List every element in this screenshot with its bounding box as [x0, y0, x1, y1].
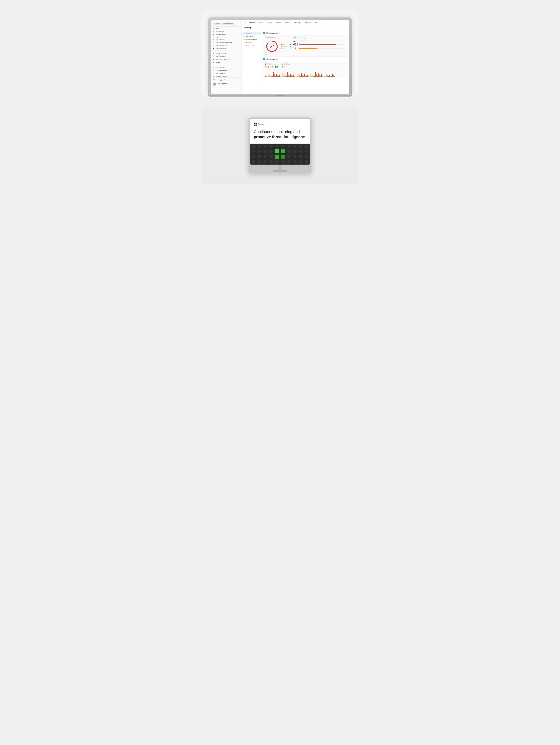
sql-warehouse-icon: ◫ [213, 42, 215, 43]
pattern-shape [275, 160, 279, 163]
menu-icon[interactable]: ☰ [227, 79, 229, 81]
chart-bar [272, 76, 273, 77]
tab-template[interactable]: Template [274, 20, 283, 25]
headline-bold: proactive threat intelligence [254, 135, 305, 139]
pattern-shape [299, 160, 302, 163]
notification-icon[interactable]: 🔔 [220, 79, 222, 81]
health-bar-1 [299, 40, 306, 41]
device-alerts-metric: Device alerts High Medium Low [265, 63, 279, 68]
pattern-shape [258, 150, 261, 153]
sidebar-item-sql-database[interactable]: ◫ SQL database [211, 38, 242, 41]
pattern-cell [286, 154, 292, 159]
health-bar-container-1 [299, 40, 345, 41]
scanix-logo: Scanix [254, 123, 306, 126]
pattern-cell [280, 143, 286, 149]
sidebar-item-storage-accounts[interactable]: ◰ Storage accounts [211, 52, 242, 55]
left-nav-recommendations[interactable]: 📋 Recommendations [242, 38, 261, 41]
sidebar-item-all-resources[interactable]: ⊞ All resources [211, 30, 242, 33]
left-nav-overview[interactable]: ≡ Overview [242, 32, 261, 35]
sidebar-item-virtual-networks[interactable]: ⬡ Virtual networks [211, 55, 242, 58]
aad-icon: ◈ [213, 58, 215, 60]
monitor-icon: ◉ [213, 61, 215, 63]
create-resource-button[interactable]: Create a resource [222, 23, 234, 25]
sidebar-item-load-balancers[interactable]: ⚖ Load balancers [211, 50, 242, 52]
user-profile[interactable]: Leslie Alexander michael.mitc@example.co… [211, 82, 242, 87]
tab-monitoring[interactable]: Monitoring [303, 20, 313, 25]
bar-group [268, 74, 270, 77]
chart-bar [293, 75, 294, 77]
health-bar-3 [299, 48, 317, 49]
laptop-screen-outer: All services Create a resource Favorites… [208, 18, 352, 94]
pattern-shape [270, 144, 273, 148]
tab-inputs[interactable]: Inputs [258, 20, 265, 25]
health-value-3: 17 [293, 47, 299, 50]
chart-bar [265, 75, 266, 77]
tab-messaging[interactable]: Messaging [292, 20, 303, 25]
chart-bar [310, 74, 310, 77]
bar-group [321, 74, 323, 77]
chart-bar [326, 74, 327, 77]
tab-overview[interactable]: Overview [247, 20, 257, 25]
sidebar: All services Create a resource Favorites… [211, 20, 242, 94]
resource-alerts-value: 4 [282, 65, 283, 68]
chart-bar [316, 74, 317, 77]
chart-bar [272, 76, 272, 77]
tab-outputs[interactable]: Outputs [265, 20, 274, 25]
left-nav-resources[interactable]: ⚙ Resources [242, 41, 261, 44]
pattern-cell [274, 159, 280, 165]
pattern-shape [293, 144, 297, 148]
pattern-cell [250, 149, 256, 154]
sidebar-item-help-support[interactable]: ? Help + support [211, 72, 242, 75]
help-icon: ? [213, 72, 215, 74]
pattern-shape [281, 160, 285, 163]
chart-bar [268, 74, 269, 77]
sidebar-item-sql-warehouse[interactable]: ◫ SQL database warehouse [211, 41, 242, 44]
bar-group [315, 72, 318, 77]
chart-bar [291, 75, 292, 77]
chart-bar [299, 74, 299, 77]
chart-bar [311, 76, 312, 77]
pattern-shape [293, 160, 297, 163]
pattern-cell [262, 149, 268, 154]
all-services-button[interactable]: All services [213, 23, 221, 25]
pattern-cell [298, 149, 304, 154]
container-icon: ⬡ [213, 75, 215, 77]
pattern-cell [256, 143, 262, 149]
cloud-icon[interactable]: ☁ [216, 79, 218, 81]
chart-bar [307, 75, 308, 77]
left-nav-custom-alerts[interactable]: ★ Custom alerts [242, 44, 261, 47]
laptop-wrapper: All services Create a resource Favorites… [208, 18, 352, 97]
sidebar-item-azure-ad[interactable]: ◈ Azure active directory [211, 58, 242, 61]
tab-resil[interactable]: Resil... [313, 20, 321, 25]
settings-icon[interactable]: ⚙ [223, 79, 225, 81]
medium-dot [281, 46, 282, 47]
sidebar-item-app-services[interactable]: ⬡ App services [211, 35, 242, 38]
pattern-cell [292, 143, 298, 149]
user-menu-icon[interactable]: ⋮ [238, 84, 240, 85]
advisor-icon: ★ [213, 64, 215, 66]
signage-frame: Scanix Continuous monitoring and proacti… [249, 118, 311, 173]
chart-bar [273, 72, 274, 77]
health-bar-2 [299, 44, 336, 45]
laptop-notch [275, 95, 285, 96]
sidebar-item-container[interactable]: ⬡ Container register [211, 75, 242, 77]
sidebar-item-monitor[interactable]: ◉ Monitor [211, 61, 242, 63]
terminal-icon[interactable]: ⌨ [213, 79, 215, 81]
sidebar-item-virtual-machines[interactable]: ▣ Virtual machines [211, 47, 242, 50]
sidebar-item-cost-management[interactable]: ◫ Cost management [211, 69, 242, 72]
sidebar-item-cosmos[interactable]: ◎ Azure cosmos DB [211, 44, 242, 47]
settings-gear-icon[interactable]: ⚙ [244, 21, 247, 24]
vm-icon: ▣ [213, 47, 215, 49]
tab-settings[interactable]: Settings [283, 20, 292, 25]
sidebar-item-resource-group[interactable]: ▦ Resource group [211, 33, 242, 35]
headline-period: . [305, 135, 306, 139]
chart-bar [287, 72, 288, 77]
sidebar-item-advisor[interactable]: ★ Advisor [211, 63, 242, 66]
user-email: michael.mitc@example.com [217, 84, 230, 85]
sidebar-item-security-center[interactable]: ◈ Security center [211, 66, 242, 69]
gauge-number: 57 [270, 44, 274, 48]
svg-rect-9 [281, 155, 285, 159]
pattern-cell [250, 159, 256, 165]
left-nav-security-alerts[interactable]: 🔔 Security alerts [242, 35, 261, 38]
app-services-icon: ⬡ [213, 36, 215, 38]
